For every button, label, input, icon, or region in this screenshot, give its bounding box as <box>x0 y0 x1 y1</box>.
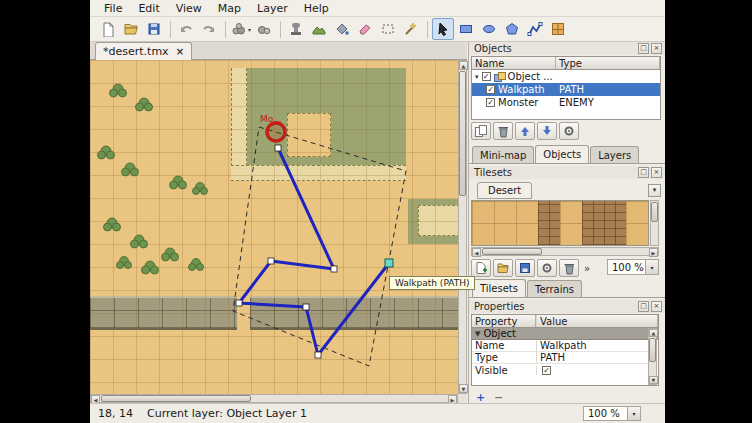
tileset-vertical-scrollbar[interactable] <box>650 200 659 246</box>
redo-button[interactable] <box>198 18 220 40</box>
import-tileset-button[interactable] <box>493 259 513 277</box>
tileset-view[interactable] <box>471 200 649 246</box>
new-tileset-button[interactable] <box>471 259 491 277</box>
menu-file[interactable]: File <box>96 1 130 16</box>
scroll-down-button[interactable]: ▼ <box>459 384 468 393</box>
random-stamp-dropdown[interactable]: ▾ <box>230 18 252 40</box>
walkpath-polyline[interactable] <box>239 148 389 355</box>
save-button[interactable] <box>143 18 165 40</box>
group-expander-icon[interactable]: ▼ <box>475 330 480 338</box>
combo-dropdown-icon[interactable]: ▾ <box>645 260 658 274</box>
insert-tile-object-tool[interactable] <box>547 18 569 40</box>
map-horizontal-scrollbar[interactable]: ◀ ▶ <box>90 394 458 403</box>
property-value[interactable]: PATH <box>536 352 658 363</box>
insert-rectangle-tool[interactable] <box>455 18 477 40</box>
expander-icon[interactable]: ▾ <box>475 73 479 81</box>
bucket-fill-tool[interactable] <box>331 18 353 40</box>
eraser-tool[interactable] <box>354 18 376 40</box>
object-row-monster[interactable]: ✓ Monster ENEMY <box>472 96 660 109</box>
menu-edit[interactable]: Edit <box>130 1 167 16</box>
close-panel-button[interactable]: × <box>651 167 662 178</box>
tab-mini-map[interactable]: Mini-map <box>472 146 534 163</box>
insert-ellipse-tool[interactable] <box>478 18 500 40</box>
scroll-down-button[interactable]: ▼ <box>649 376 658 384</box>
visibility-checkbox[interactable]: ✓ <box>486 98 495 107</box>
toolbar-separator <box>280 21 281 38</box>
column-value[interactable]: Value <box>536 315 658 327</box>
visible-checkbox[interactable]: ✓ <box>542 366 551 375</box>
property-row-visible[interactable]: Visible ✓ <box>472 364 658 376</box>
tileset-list-dropdown[interactable]: ▾ <box>648 184 661 197</box>
insert-polyline-tool[interactable] <box>524 18 546 40</box>
menu-map[interactable]: Map <box>210 1 249 16</box>
selected-vertex-handle[interactable] <box>385 259 393 267</box>
scroll-thumb[interactable] <box>459 71 466 196</box>
property-value[interactable]: Walkpath <box>536 340 658 351</box>
menu-layer[interactable]: Layer <box>249 1 296 16</box>
export-tileset-button[interactable] <box>515 259 535 277</box>
undo-button[interactable] <box>175 18 197 40</box>
tab-desert-tmx[interactable]: *desert.tmx × <box>95 42 192 60</box>
tab-layers[interactable]: Layers <box>590 146 639 163</box>
close-panel-button[interactable]: × <box>651 301 662 312</box>
tab-objects[interactable]: Objects <box>535 145 589 163</box>
lower-object-button[interactable] <box>537 122 557 140</box>
scroll-left-button[interactable]: ◀ <box>472 248 481 257</box>
map-vertical-scrollbar[interactable]: ▲ ▼ <box>458 60 467 394</box>
object-properties-button[interactable] <box>559 122 579 140</box>
tileset-properties-button[interactable] <box>537 259 557 277</box>
map-canvas[interactable]: Mo... <box>90 60 458 394</box>
close-panel-button[interactable]: × <box>651 43 662 54</box>
object-row-walkpath[interactable]: ✓ Walkpath PATH <box>472 83 660 96</box>
menu-view[interactable]: View <box>168 1 210 16</box>
scroll-right-button[interactable]: ▶ <box>649 248 658 257</box>
raise-object-button[interactable] <box>515 122 535 140</box>
scroll-up-button[interactable]: ▲ <box>649 329 658 337</box>
menu-help[interactable]: Help <box>296 1 337 16</box>
remove-tileset-button[interactable] <box>559 259 579 277</box>
tab-terrains[interactable]: Terrains <box>527 280 582 297</box>
float-panel-button[interactable]: □ <box>638 167 649 178</box>
visibility-checkbox[interactable]: ✓ <box>482 72 491 81</box>
tileset-tab-desert[interactable]: Desert <box>477 182 532 199</box>
scroll-thumb[interactable] <box>101 395 251 402</box>
walkpath-vertices[interactable] <box>236 145 337 358</box>
scroll-thumb[interactable] <box>482 248 542 255</box>
properties-vertical-scrollbar[interactable]: ▲ ▼ <box>648 328 657 385</box>
object-tooltip: Walkpath (PATH) <box>389 276 475 290</box>
remove-property-button[interactable]: − <box>491 390 506 404</box>
tab-close-icon[interactable]: × <box>176 46 184 57</box>
add-property-button[interactable]: + <box>473 390 488 404</box>
stamp-brush-tool[interactable] <box>285 18 307 40</box>
monster-object[interactable] <box>267 123 285 141</box>
rect-select-tool[interactable] <box>377 18 399 40</box>
tab-tilesets[interactable]: Tilesets <box>472 279 526 297</box>
scroll-thumb[interactable] <box>649 338 656 362</box>
toolbar-overflow-icon[interactable]: » <box>584 263 590 274</box>
object-group-row[interactable]: ▾ ✓ Object ... <box>472 70 660 83</box>
property-group-row[interactable]: ▼ Object <box>472 328 658 340</box>
visibility-checkbox[interactable]: ✓ <box>486 85 495 94</box>
open-file-button[interactable] <box>120 18 142 40</box>
property-row-name[interactable]: Name Walkpath <box>472 340 658 352</box>
combo-dropdown-icon[interactable]: ▾ <box>627 407 640 420</box>
float-panel-button[interactable]: □ <box>638 43 649 54</box>
column-name[interactable]: Name <box>472 57 556 69</box>
select-objects-tool[interactable] <box>432 18 454 40</box>
tileset-zoom-combo[interactable]: 100 % ▾ <box>607 259 659 275</box>
scroll-up-button[interactable]: ▲ <box>459 61 468 70</box>
duplicate-object-button[interactable] <box>471 122 491 140</box>
column-type[interactable]: Type <box>556 57 660 69</box>
scroll-thumb[interactable] <box>651 202 658 222</box>
property-row-type[interactable]: Type PATH <box>472 352 658 364</box>
insert-polygon-tool[interactable] <box>501 18 523 40</box>
terrain-brush-tool[interactable] <box>308 18 330 40</box>
magic-wand-tool[interactable] <box>400 18 422 40</box>
column-property[interactable]: Property <box>472 315 536 327</box>
terrain-stamp-button[interactable] <box>253 18 275 40</box>
float-panel-button[interactable]: □ <box>638 301 649 312</box>
remove-object-button[interactable] <box>493 122 513 140</box>
status-zoom-combo[interactable]: 100 % ▾ <box>583 406 641 421</box>
new-file-button[interactable] <box>97 18 119 40</box>
tileset-horizontal-scrollbar[interactable]: ◀ ▶ <box>471 247 659 256</box>
